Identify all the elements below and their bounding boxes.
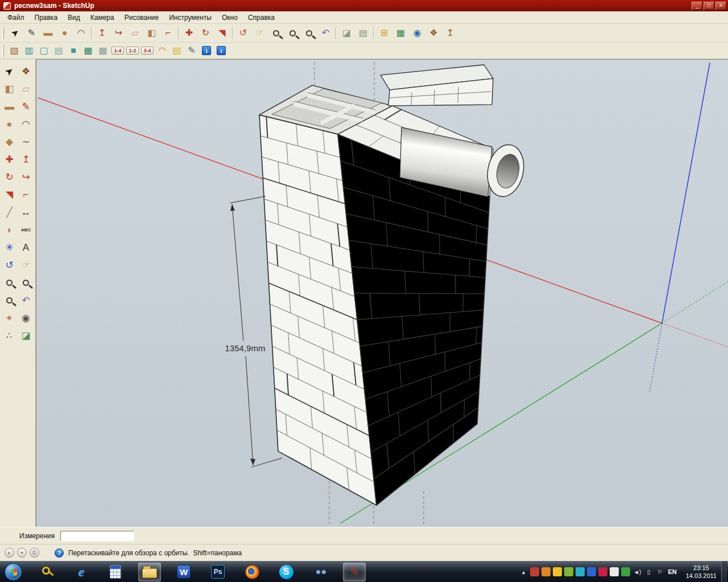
rectangle-tool[interactable]: ▬ — [1, 98, 18, 115]
section-plane-tool[interactable]: ◪ — [18, 327, 34, 344]
xray-style[interactable]: ▥ — [22, 44, 36, 57]
taskbar-clock[interactable]: 23:15 14.03.2011 — [686, 564, 717, 580]
edit-doc-tool[interactable]: ✎ — [184, 44, 199, 57]
key-app-button[interactable] — [36, 563, 59, 581]
circle-tool[interactable]: ● — [1, 115, 18, 133]
shaded-style[interactable]: ■ — [66, 44, 81, 57]
toolbar-grip[interactable] — [2, 27, 4, 39]
scale-tool[interactable]: ◥ — [214, 26, 230, 41]
orbit-tool[interactable]: ↺ — [1, 256, 18, 274]
polygon-tool[interactable]: ◆ — [1, 133, 18, 151]
toolbar-grip[interactable] — [2, 44, 4, 57]
tray-icon[interactable] — [553, 567, 562, 576]
tray-icon[interactable] — [610, 567, 619, 576]
photoshop-button[interactable]: Ps — [206, 563, 229, 581]
3d-text-tool[interactable]: A — [18, 239, 34, 256]
status-circle-icon-1[interactable]: ◐ — [5, 548, 14, 558]
protractor-tool[interactable]: ◗ — [1, 221, 18, 239]
arc-tool[interactable]: ◠ — [73, 26, 89, 41]
tray-icon[interactable] — [576, 567, 585, 576]
get-current-view-tool[interactable]: ⊞ — [376, 26, 392, 41]
help-icon[interactable]: ? — [55, 548, 64, 558]
scene-1-4[interactable]: 1-4 — [110, 44, 125, 57]
freehand-tool[interactable]: ∼ — [18, 133, 34, 151]
word-button[interactable]: W — [172, 563, 195, 581]
model-info-2[interactable]: i — [214, 44, 229, 57]
pushpull-tool[interactable]: ↥ — [94, 26, 110, 41]
pan-tool[interactable]: ☞ — [251, 26, 268, 41]
make-component-tool[interactable]: ❖ — [18, 63, 34, 80]
start-button[interactable] — [5, 563, 22, 581]
scene-3-4[interactable]: 3-4 — [140, 44, 155, 57]
style-edit[interactable]: ▧ — [7, 44, 22, 57]
toggle-terrain-tool[interactable]: ▦ — [392, 26, 409, 41]
messenger-button[interactable]: ☻☻ — [309, 563, 332, 581]
tray-icon[interactable] — [621, 567, 630, 576]
select-tool[interactable]: ➤ — [1, 63, 18, 80]
tray-icon[interactable] — [564, 567, 573, 576]
rotate-tool[interactable]: ↻ — [197, 26, 214, 41]
zoom-extents-tool[interactable] — [1, 292, 18, 309]
hidden-icons-expander[interactable]: ▴ — [519, 567, 528, 576]
tray-icon[interactable] — [587, 567, 596, 576]
section-display-tool[interactable]: ▤ — [355, 26, 371, 41]
followme-tool[interactable]: ↪ — [18, 168, 34, 186]
place-model-tool[interactable]: ◉ — [409, 26, 425, 41]
previous-view-tool[interactable]: ↶ — [317, 26, 334, 41]
skype-button[interactable]: S — [275, 563, 297, 581]
dimension-tool[interactable]: ↔ — [18, 203, 34, 221]
menu-Инструменты[interactable]: Инструменты — [164, 12, 217, 23]
hiddenline-style[interactable]: ▤ — [51, 44, 66, 57]
arch-tool[interactable]: ◠ — [155, 44, 169, 57]
viewport-canvas[interactable]: 1354,9mm — [36, 60, 728, 527]
close-button[interactable]: × — [715, 2, 726, 10]
tray-icon[interactable] — [598, 567, 607, 576]
look-around-tool[interactable]: ◉ — [18, 309, 34, 327]
tray-icon[interactable] — [530, 567, 539, 576]
status-circle-icon-3[interactable]: © — [30, 548, 39, 558]
rotate-tool[interactable]: ↻ — [1, 168, 18, 186]
zoom-window-tool[interactable] — [284, 26, 301, 41]
status-circle-icon-2[interactable]: ◓ — [17, 548, 27, 558]
get-models-tool[interactable]: ❖ — [425, 26, 442, 41]
pan-tool[interactable]: ☞ — [18, 256, 34, 274]
tray-icon[interactable] — [541, 567, 551, 576]
menu-Справка[interactable]: Справка — [243, 12, 280, 23]
paint-bucket-tool[interactable]: ◧ — [1, 80, 18, 98]
network-tray-icon[interactable]: ⚐ — [655, 567, 664, 576]
menu-Файл[interactable]: Файл — [2, 12, 30, 23]
menu-Камера[interactable]: Камера — [85, 12, 119, 23]
orbit-tool[interactable]: ↺ — [235, 26, 251, 41]
line-tool[interactable]: ✎ — [18, 98, 34, 115]
previous-view-tool[interactable]: ↶ — [18, 292, 34, 309]
wireframe-style[interactable]: ▢ — [36, 44, 51, 57]
eraser-tool[interactable]: ▱ — [18, 80, 34, 98]
share-model-tool[interactable]: ↥ — [442, 26, 458, 41]
offset-tool[interactable]: ⌐ — [160, 26, 176, 41]
scale-tool[interactable]: ◥ — [1, 186, 18, 203]
minimize-button[interactable]: _ — [692, 2, 702, 10]
axes-tool[interactable]: ✳ — [1, 239, 18, 256]
menu-Вид[interactable]: Вид — [63, 12, 85, 23]
power-tray-icon[interactable]: ▯ — [644, 567, 653, 576]
volume-tray-icon[interactable]: ◄) — [632, 567, 642, 576]
section-plane-tool[interactable]: ◪ — [338, 26, 355, 41]
internet-explorer-button[interactable]: e — [70, 563, 93, 581]
rectangle-tool[interactable]: ▬ — [40, 26, 56, 41]
explorer-folder-button[interactable] — [138, 563, 161, 581]
title-bar[interactable]: pecnew3sam - SketchUp _ □ × — [0, 0, 728, 11]
circle-tool[interactable]: ● — [56, 26, 73, 41]
monochrome-style[interactable]: ▩ — [96, 44, 110, 57]
textured-style[interactable]: ▦ — [81, 44, 96, 57]
pushpull-tool[interactable]: ↥ — [18, 151, 34, 168]
tape-measure-tool[interactable]: ╱ — [1, 203, 18, 221]
zoom-window-tool[interactable] — [18, 274, 34, 292]
zoom-tool[interactable] — [268, 26, 284, 41]
sketchup-button[interactable]: ✎ — [343, 563, 366, 581]
calculator-app-button[interactable] — [104, 563, 127, 581]
zoom-extents-tool[interactable] — [301, 26, 317, 41]
language-indicator[interactable]: EN — [668, 568, 676, 575]
model-info-1[interactable]: i — [199, 44, 214, 57]
zoom-tool[interactable] — [1, 274, 18, 292]
menu-Рисование[interactable]: Рисование — [119, 12, 164, 23]
